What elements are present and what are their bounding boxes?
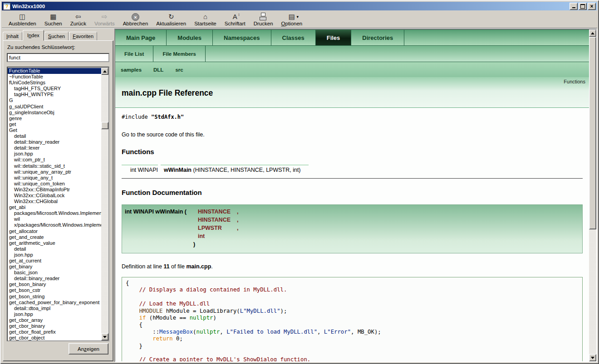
- param-type: int: [198, 232, 237, 240]
- code-function-link[interactable]: MessageBox: [159, 329, 193, 335]
- doxygen-subtab-file-list[interactable]: File List: [115, 46, 153, 62]
- nav-tab-favoriten[interactable]: Favoriten: [69, 32, 97, 41]
- nav-tab-suchen[interactable]: Suchen: [44, 32, 69, 41]
- index-list-item[interactable]: get_bson_cstr: [8, 287, 101, 293]
- index-list-item[interactable]: json.hpp: [8, 151, 101, 157]
- index-list-item[interactable]: Get: [8, 127, 101, 133]
- titlebar: ? Win32xx1000 ×: [2, 2, 597, 10]
- index-list-item[interactable]: basic_json: [8, 270, 101, 276]
- home-button[interactable]: ⌂Startseite: [190, 10, 221, 27]
- index-list-item[interactable]: tagHH_FTS_QUERY: [8, 86, 101, 92]
- code-line: if (hModule == nullptr): [126, 315, 579, 321]
- source-code-link[interactable]: Go to the source code of this file.: [122, 131, 583, 138]
- nav-tab-inhalt[interactable]: Inhalt: [3, 32, 22, 41]
- include-file-link[interactable]: "StdAfx.h": [151, 114, 184, 120]
- index-list-item[interactable]: get_binary: [8, 264, 101, 270]
- forward-button[interactable]: ⇨Vorwärts: [90, 10, 119, 27]
- index-list-scrollbar[interactable]: [101, 68, 108, 340]
- index-list-item[interactable]: get_cbor_binary: [8, 323, 101, 329]
- scrollbar-thumb[interactable]: [101, 122, 108, 129]
- index-list-item[interactable]: wil::com_ptr_t: [8, 157, 101, 163]
- index-list-item[interactable]: Win32xx::CBitmapInfoPtr: [8, 187, 101, 193]
- path-link-samples[interactable]: samples: [121, 67, 142, 73]
- locate-icon: ▦: [50, 12, 56, 21]
- index-list-item[interactable]: packages/Microsoft.Windows.Implementa: [8, 210, 101, 216]
- stop-button[interactable]: ×Abbrechen: [119, 10, 152, 27]
- line-number-link[interactable]: 11: [163, 263, 169, 270]
- print-button[interactable]: Drucken: [250, 10, 277, 27]
- index-list-item[interactable]: genre: [8, 116, 101, 121]
- index-list-item[interactable]: g_saUDPClient: [8, 104, 101, 110]
- index-list-item[interactable]: Win32xx::CHGlobal: [8, 199, 101, 204]
- code-line: [126, 294, 579, 301]
- index-list-item[interactable]: wil::unique_com_token: [8, 181, 101, 187]
- index-list-item[interactable]: get_at_current: [8, 258, 101, 264]
- font-button[interactable]: ASchriftart: [221, 10, 250, 27]
- doxygen-tab-classes[interactable]: Classes: [271, 30, 316, 45]
- index-list-item[interactable]: detail: [8, 133, 101, 139]
- toolbar-button-label: Ausblenden: [9, 21, 36, 26]
- index-list-item[interactable]: json.hpp: [8, 311, 101, 317]
- maximize-button[interactable]: [579, 3, 587, 10]
- index-list-item[interactable]: get: [8, 121, 101, 127]
- index-list-item[interactable]: g_singleInstanceObj: [8, 110, 101, 116]
- index-list-item[interactable]: FunctionTable: [8, 68, 101, 74]
- index-list-item[interactable]: tagHH_WINTYPE: [8, 92, 101, 97]
- doxygen-subtab-file-members[interactable]: File Members: [153, 46, 206, 62]
- index-list-item[interactable]: wil: [8, 216, 101, 222]
- scroll-up-button[interactable]: [101, 68, 108, 75]
- index-list-item[interactable]: Win32xx::CGlobalLock: [8, 193, 101, 199]
- functions-anchor-link[interactable]: Functions: [564, 79, 585, 84]
- index-list-item[interactable]: get_abi: [8, 204, 101, 210]
- index-list-item[interactable]: wil::unique_any_array_ptr: [8, 169, 101, 175]
- minimize-button[interactable]: [570, 3, 578, 10]
- index-list-item[interactable]: get_allocator: [8, 228, 101, 234]
- options-icon: ▤: [289, 12, 295, 21]
- index-list-item[interactable]: ~FunctionTable: [8, 74, 101, 80]
- doxygen-tab-namespaces[interactable]: Namespaces: [213, 30, 271, 45]
- index-list-item[interactable]: get_bson_binary: [8, 281, 101, 287]
- scrollbar-thumb[interactable]: [589, 37, 596, 229]
- index-list-item[interactable]: get_and_create: [8, 234, 101, 240]
- index-list-item[interactable]: detail::lexer: [8, 145, 101, 151]
- index-list-item[interactable]: detail::binary_reader: [8, 276, 101, 281]
- path-link-dll[interactable]: DLL: [153, 67, 163, 73]
- page-header: Functions main.cpp File Reference: [115, 77, 589, 108]
- content-scrollbar[interactable]: [589, 29, 596, 361]
- index-list-item[interactable]: get_cbor_float_prefix: [8, 329, 101, 335]
- index-list-item[interactable]: wil::details::static_sid_t: [8, 163, 101, 169]
- hide-button[interactable]: ◫Ausblenden: [5, 10, 40, 27]
- function-name-link[interactable]: wWinMain: [164, 167, 191, 173]
- scroll-down-button[interactable]: [589, 354, 596, 361]
- index-list-item[interactable]: get_bson_string: [8, 294, 101, 300]
- display-button[interactable]: Anzeigen: [69, 343, 108, 354]
- doxygen-tab-directories[interactable]: Directories: [351, 30, 404, 45]
- index-list-item[interactable]: detail::binary_reader: [8, 139, 101, 145]
- doxygen-tab-files[interactable]: Files: [316, 30, 352, 45]
- doxygen-tab-modules[interactable]: Modules: [167, 30, 213, 45]
- path-link-src[interactable]: src: [175, 67, 183, 73]
- index-list-item[interactable]: detail::dtoa_impl: [8, 306, 101, 311]
- close-button[interactable]: ×: [588, 3, 596, 10]
- index-list-item[interactable]: get_cbor_object: [8, 335, 101, 340]
- scroll-up-button[interactable]: [589, 29, 596, 37]
- index-list-item[interactable]: detail: [8, 246, 101, 252]
- refresh-button[interactable]: ↻Aktualisieren: [152, 10, 190, 27]
- index-list-item[interactable]: x/packages/Microsoft.Windows.Implemer: [8, 222, 101, 228]
- scroll-down-button[interactable]: [101, 333, 108, 340]
- file-link[interactable]: main.cpp: [186, 263, 211, 270]
- locate-button[interactable]: ▦Suchen: [40, 10, 66, 27]
- param-type: HINSTANCE: [198, 208, 237, 216]
- index-list-item[interactable]: json.hpp: [8, 252, 101, 258]
- index-list-item[interactable]: wil::unique_any_t: [8, 175, 101, 181]
- nav-tab-index[interactable]: Index: [23, 30, 44, 41]
- back-button[interactable]: ⇦Zurück: [66, 10, 90, 27]
- doxygen-tab-main-page[interactable]: Main Page: [115, 30, 167, 45]
- index-list-item[interactable]: G: [8, 97, 101, 103]
- options-button[interactable]: ▤Optionen: [277, 10, 307, 27]
- index-list-item[interactable]: fUniCodeStrings: [8, 80, 101, 86]
- keyword-input[interactable]: [7, 53, 109, 62]
- index-list-item[interactable]: get_cached_power_for_binary_exponent: [8, 300, 101, 306]
- index-list-item[interactable]: get_arithmetic_value: [8, 240, 101, 246]
- index-list-item[interactable]: get_cbor_array: [8, 317, 101, 323]
